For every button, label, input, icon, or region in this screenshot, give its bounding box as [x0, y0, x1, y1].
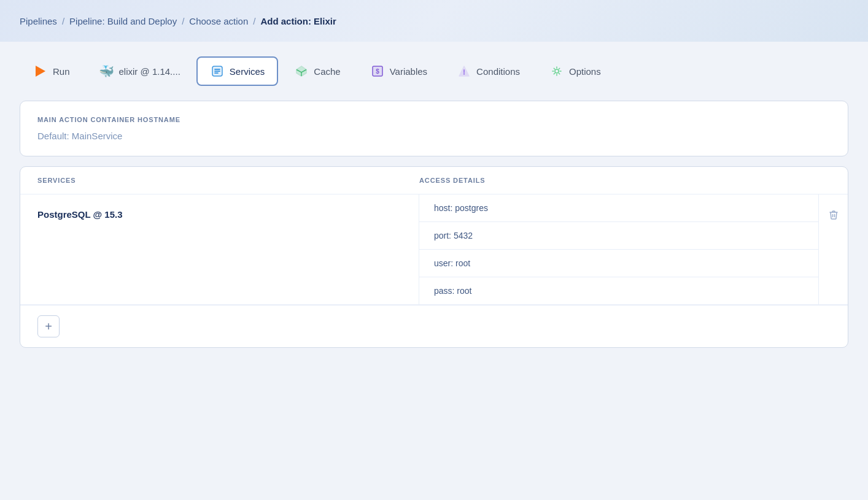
main-content: Run 🐳 elixir @ 1.14.... Services — [0, 42, 868, 372]
variables-icon: $ — [370, 64, 385, 79]
access-host: host: postgres — [419, 194, 818, 222]
tab-conditions-label: Conditions — [476, 66, 520, 77]
tab-options[interactable]: Options — [536, 56, 614, 86]
delete-cell — [818, 194, 848, 304]
tab-conditions[interactable]: Conditions — [443, 56, 533, 86]
breadcrumb-sep-2: / — [182, 16, 184, 26]
add-icon: + — [45, 320, 52, 334]
service-name: PostgreSQL @ 15.3 — [20, 194, 419, 304]
cache-icon — [294, 64, 309, 79]
breadcrumb-pipelines[interactable]: Pipelines — [20, 16, 57, 26]
svg-text:$: $ — [376, 68, 379, 75]
svg-point-5 — [555, 69, 559, 73]
add-service-button[interactable]: + — [37, 315, 60, 337]
breadcrumb-sep-1: / — [62, 16, 64, 26]
breadcrumb-bar: Pipelines / Pipeline: Build and Deploy /… — [0, 0, 868, 42]
tab-cache-label: Cache — [314, 66, 340, 77]
tab-services-label: Services — [230, 66, 265, 77]
run-icon — [33, 64, 48, 79]
breadcrumb-choose-action[interactable]: Choose action — [189, 16, 248, 26]
table-row: PostgreSQL @ 15.3 host: postgres port: 5… — [20, 194, 848, 305]
tabs-container: Run 🐳 elixir @ 1.14.... Services — [20, 56, 848, 86]
services-col-header: SERVICES — [37, 177, 419, 184]
access-details-cell: host: postgres port: 5432 user: root pas… — [419, 194, 818, 304]
tab-variables[interactable]: $ Variables — [357, 56, 441, 86]
tab-services[interactable]: Services — [196, 56, 279, 86]
tab-run[interactable]: Run — [20, 56, 83, 86]
delete-service-button[interactable] — [826, 207, 842, 223]
breadcrumb-current: Add action: Elixir — [260, 16, 336, 26]
tab-options-label: Options — [569, 66, 601, 77]
access-port: port: 5432 — [419, 222, 818, 250]
docker-icon: 🐳 — [99, 64, 114, 79]
services-table-header: SERVICES ACCESS DETAILS — [20, 167, 848, 194]
hostname-value: Default: MainService — [37, 131, 831, 141]
tab-elixir-label: elixir @ 1.14.... — [119, 66, 180, 77]
conditions-icon — [457, 64, 471, 79]
hostname-card: MAIN ACTION CONTAINER HOSTNAME Default: … — [20, 101, 848, 156]
trash-icon — [828, 209, 839, 220]
tab-elixir[interactable]: 🐳 elixir @ 1.14.... — [86, 56, 194, 86]
options-icon — [549, 64, 564, 79]
access-pass: pass: root — [419, 277, 818, 304]
tab-run-label: Run — [53, 66, 70, 77]
access-details-col-header: ACCESS DETAILS — [419, 177, 801, 184]
tab-cache[interactable]: Cache — [281, 56, 354, 86]
hostname-label: MAIN ACTION CONTAINER HOSTNAME — [37, 116, 831, 123]
add-service-section: + — [20, 305, 848, 347]
tab-variables-label: Variables — [390, 66, 427, 77]
services-icon — [210, 64, 225, 79]
access-user: user: root — [419, 250, 818, 277]
services-card: SERVICES ACCESS DETAILS PostgreSQL @ 15.… — [20, 166, 848, 348]
breadcrumb-sep-3: / — [253, 16, 255, 26]
breadcrumb-pipeline[interactable]: Pipeline: Build and Deploy — [69, 16, 177, 26]
